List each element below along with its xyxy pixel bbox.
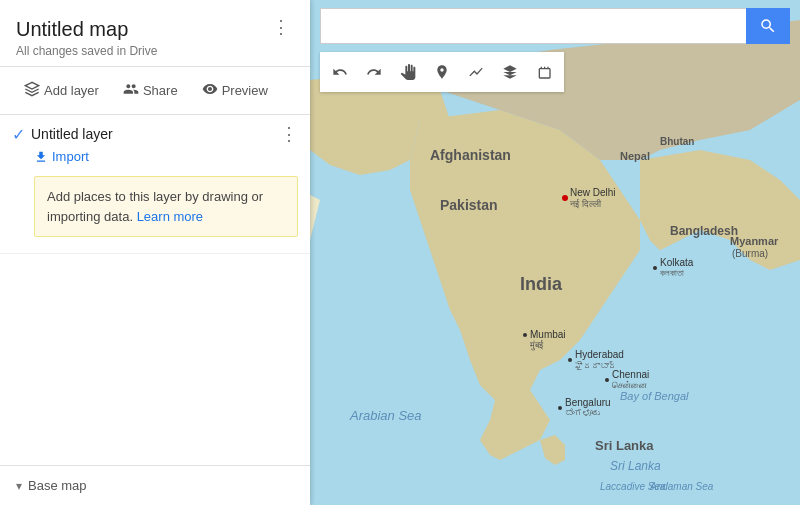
sidebar-panel: Untitled map All changes saved in Drive …: [0, 0, 310, 505]
svg-text:नई दिल्ली: नई दिल्ली: [569, 198, 602, 209]
map-toolbar: [320, 52, 564, 92]
redo-button[interactable]: [358, 56, 390, 88]
preview-icon: [202, 81, 218, 100]
svg-text:Bay of Bengal: Bay of Bengal: [620, 390, 689, 402]
svg-text:Chennai: Chennai: [612, 369, 649, 380]
svg-text:Sri Lanka: Sri Lanka: [595, 438, 654, 453]
svg-text:Andaman Sea: Andaman Sea: [649, 481, 714, 492]
layers-section: ✓ Untitled layer ⋮ Import Add places to …: [0, 115, 310, 465]
import-link[interactable]: Import: [12, 145, 298, 168]
svg-text:New Delhi: New Delhi: [570, 187, 616, 198]
svg-text:Bangladesh: Bangladesh: [670, 224, 738, 238]
import-label: Import: [52, 149, 89, 164]
svg-text:ಬೆಂಗಳೂರು: ಬೆಂಗಳೂರು: [565, 408, 600, 418]
draw-shape-button[interactable]: [494, 56, 526, 88]
svg-text:Myanmar: Myanmar: [730, 235, 779, 247]
layer-header: ✓ Untitled layer ⋮: [12, 123, 298, 145]
svg-text:Hyderabad: Hyderabad: [575, 349, 624, 360]
add-layer-icon: [24, 81, 40, 100]
svg-text:హైదరాబాద్: హైదరాబాద్: [575, 361, 617, 371]
learn-more-link[interactable]: Learn more: [137, 209, 203, 224]
undo-button[interactable]: [324, 56, 356, 88]
add-layer-label: Add layer: [44, 83, 99, 98]
svg-text:Mumbai: Mumbai: [530, 329, 566, 340]
base-map-label: Base map: [28, 478, 87, 493]
svg-text:Arabian Sea: Arabian Sea: [349, 408, 422, 423]
search-input[interactable]: [320, 8, 746, 44]
import-icon: [34, 150, 48, 164]
svg-text:India: India: [520, 274, 563, 294]
svg-text:Bhutan: Bhutan: [660, 136, 694, 147]
share-label: Share: [143, 83, 178, 98]
svg-text:Kolkata: Kolkata: [660, 257, 694, 268]
preview-label: Preview: [222, 83, 268, 98]
hint-box: Add places to this layer by drawing or i…: [34, 176, 298, 237]
svg-point-22: [562, 195, 568, 201]
svg-text:சென்னை: சென்னை: [612, 380, 647, 390]
map-title: Untitled map: [16, 16, 157, 42]
svg-point-28: [568, 358, 572, 362]
measure-button[interactable]: [528, 56, 560, 88]
chevron-down-icon: ▾: [16, 479, 22, 493]
pan-button[interactable]: [392, 56, 424, 88]
action-bar: Add layer Share Preview: [0, 67, 310, 115]
sidebar-header: Untitled map All changes saved in Drive …: [0, 0, 310, 67]
layer-more-button[interactable]: ⋮: [280, 123, 298, 145]
search-container: [320, 8, 790, 44]
share-button[interactable]: Share: [115, 75, 186, 106]
svg-text:Sri Lanka: Sri Lanka: [610, 459, 661, 473]
draw-line-button[interactable]: [460, 56, 492, 88]
base-map-section[interactable]: ▾ Base map: [0, 465, 310, 505]
layer-name: Untitled layer: [31, 126, 113, 142]
add-layer-button[interactable]: Add layer: [16, 75, 107, 106]
search-button[interactable]: [746, 8, 790, 44]
share-icon: [123, 81, 139, 100]
svg-text:मुंबई: मुंबई: [529, 339, 544, 351]
svg-text:কলকাতা: কলকাতা: [660, 268, 684, 278]
svg-point-34: [605, 378, 609, 382]
save-status: All changes saved in Drive: [16, 44, 157, 58]
svg-text:Pakistan: Pakistan: [440, 197, 498, 213]
map-more-button[interactable]: ⋮: [268, 12, 294, 42]
svg-point-25: [523, 333, 527, 337]
svg-text:(Burma): (Burma): [732, 248, 768, 259]
layer-item: ✓ Untitled layer ⋮ Import Add places to …: [0, 115, 310, 254]
svg-point-31: [558, 406, 562, 410]
layer-title-row: ✓ Untitled layer: [12, 125, 113, 144]
layer-checkbox[interactable]: ✓: [12, 125, 25, 144]
svg-text:Bengaluru: Bengaluru: [565, 397, 611, 408]
svg-text:Afghanistan: Afghanistan: [430, 147, 511, 163]
svg-text:Nepal: Nepal: [620, 150, 650, 162]
preview-button[interactable]: Preview: [194, 75, 276, 106]
marker-button[interactable]: [426, 56, 458, 88]
svg-point-37: [653, 266, 657, 270]
